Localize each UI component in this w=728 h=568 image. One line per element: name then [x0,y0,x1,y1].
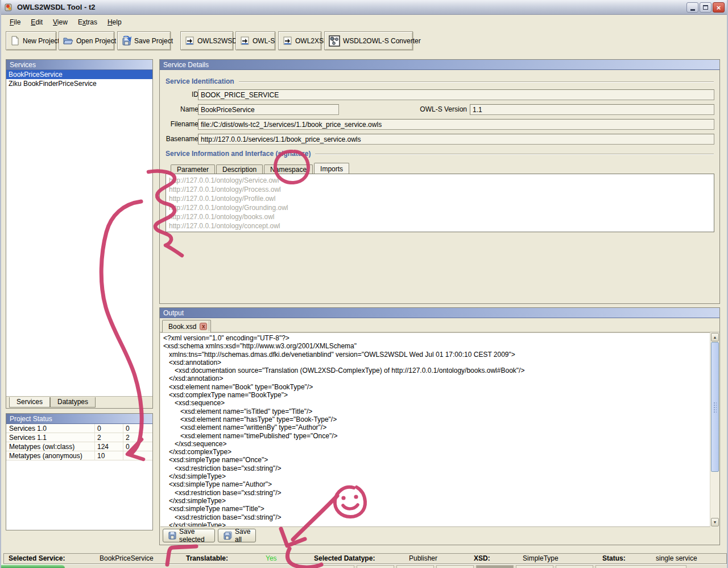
toolbar-owls2wsdl-button[interactable]: OWLS2WSDL [180,31,233,50]
tab-separator [209,321,209,331]
id-label: ID [164,89,198,100]
taskbar-button[interactable] [516,565,553,568]
menu-edit[interactable]: Edit [26,17,48,28]
app-icon [5,3,14,12]
owls-version-label: OWL-S Version [419,104,467,115]
services-panel-header: Services [6,60,152,70]
taskbar-button[interactable] [396,565,434,568]
start-button-edge[interactable] [1,565,65,568]
name-label: Name [164,104,198,115]
toolbar-open-project-button[interactable]: Open Project [59,31,114,50]
toolbar: New Project Open Project Save Project OW… [2,28,727,52]
table-row: Services 1.1 2 2 [6,433,152,442]
project-status-header: Project Status [6,414,152,424]
selected-datatype-value: Publisher [409,554,437,563]
filename-label: Filename [164,119,198,130]
status-value: single service [656,554,697,563]
molecule-graph-icon [329,35,340,47]
menu-view[interactable]: View [48,17,73,28]
menu-bar: File Edit View Extras Help [2,15,727,28]
restore-icon [703,5,708,10]
table-row: Metatypes (anonymous) 10 [6,451,152,460]
name-field[interactable]: BookPriceService [198,104,339,115]
service-interface-section: Service Information and Interface (signa… [166,150,714,158]
basename-field[interactable]: http://127.0.0.1/services/1.1/book_price… [198,134,714,145]
open-folder-icon [63,36,73,46]
service-identification-section: Service Identification [166,77,714,85]
code-scrollbar[interactable]: ▲ ▼ [710,332,719,527]
taskbar-button[interactable] [436,565,474,568]
taskbar-button[interactable] [595,565,686,568]
imports-list[interactable]: http://127.0.0.1/ontology/Service.owl ht… [166,174,714,232]
section-rule [315,154,714,155]
id-field[interactable]: BOOK_PRICE_SERVICE [198,89,714,100]
basename-label: Basename [164,134,198,145]
status-label: Status: [602,554,626,563]
translatable-value: Yes [266,554,277,563]
toolbar-owl2xsd-button[interactable]: OWL2XSD [278,31,321,50]
output-panel-header: Output [160,308,719,318]
window-controls: × [686,2,725,13]
section-rule [239,81,714,83]
output-panel: Output Book.xsd x <?xml version="1.0" en… [159,307,720,545]
filename-field[interactable]: file:/C:/dist/owls-tc2_1/services/1.1/bo… [198,119,714,130]
menu-help[interactable]: Help [102,17,127,28]
service-item-bookpriceservice[interactable]: BookPriceService [6,70,152,79]
taskbar-button[interactable] [357,565,394,568]
interface-tabstrip: Parameter Description Namespace Imports [171,163,350,175]
scrollbar-thumb[interactable] [711,342,719,472]
minimize-icon [690,9,695,11]
menu-extras[interactable]: Extras [73,17,102,28]
convert-arrow-icon [283,36,292,46]
close-tab-icon[interactable]: x [200,323,207,330]
app-window: { "window": { "title": "OWLS2WSDL Tool -… [0,0,728,568]
tab-imports[interactable]: Imports [314,163,349,175]
toolbar-save-project-button[interactable]: Save Project [117,31,171,50]
toolbar-wsdl2owls-converter-button[interactable]: WSDL2OWL-S Converter [324,31,413,50]
toolbar-new-project-button[interactable]: New Project [6,31,56,50]
xsd-label: XSD: [474,554,490,563]
window-title: OWLS2WSDL Tool - t2 [17,3,95,11]
services-list: BookPriceService Ziku BookFinderPriceSer… [6,70,152,397]
selected-service-value: BookPriceService [100,554,154,563]
menu-file[interactable]: File [5,17,26,28]
close-button[interactable]: × [713,2,725,13]
save-disk-icon [168,532,176,540]
project-status-table: Services 1.0 0 0 Services 1.1 2 2 Metaty… [6,424,152,460]
minimize-button[interactable] [686,2,698,13]
convert-arrow-icon [185,36,195,46]
translatable-label: Translatable: [186,554,228,563]
xsd-value: SimpleType [523,554,559,563]
output-tabstrip: Book.xsd x [160,318,719,332]
selected-datatype-label: Selected Datatype: [314,554,375,563]
save-disk-icon [122,36,131,46]
desktop-taskbar-edge [1,564,728,568]
taskbar-button[interactable] [556,565,593,568]
toolbar-owl-s-button[interactable]: OWL-S [235,31,275,50]
code-editor[interactable]: <?xml version="1.0" encoding="UTF-8"?> <… [160,332,711,527]
scroll-up-icon[interactable]: ▲ [711,333,719,341]
table-row: Services 1.0 0 0 [6,424,152,433]
services-datatypes-tabstrip: Services Datatypes [6,397,152,408]
taskbar-button[interactable] [476,565,514,568]
project-status-panel: Project Status Services 1.0 0 0 Services… [6,413,153,530]
restore-button[interactable] [700,2,712,13]
tab-book-xsd[interactable]: Book.xsd x [162,320,211,332]
convert-arrow-icon [240,36,250,46]
close-icon: × [717,3,721,12]
taskbar-button[interactable] [317,565,354,568]
save-all-button[interactable]: Save all [218,529,256,542]
section-title: Service Identification [166,77,234,85]
service-item-ziku-bookfinderpriceservice[interactable]: Ziku BookFinderPriceService [6,79,152,88]
scroll-down-icon[interactable]: ▼ [711,518,719,526]
title-bar[interactable]: OWLS2WSDL Tool - t2 × [1,0,727,15]
table-row: Metatypes (owl:class) 124 0 [6,442,152,451]
section-title: Service Information and Interface (signa… [166,150,311,158]
status-bar: Selected Service: BookPriceService Trans… [3,553,727,564]
owls-version-field[interactable]: 1.1 [470,104,714,115]
service-details-panel: Service Details Service Identification I… [159,59,720,304]
tab-datatypes[interactable]: Datatypes [50,397,96,408]
service-details-header: Service Details [160,60,719,70]
tab-services[interactable]: Services [9,397,50,408]
save-selected-button[interactable]: Save selected [163,529,215,542]
